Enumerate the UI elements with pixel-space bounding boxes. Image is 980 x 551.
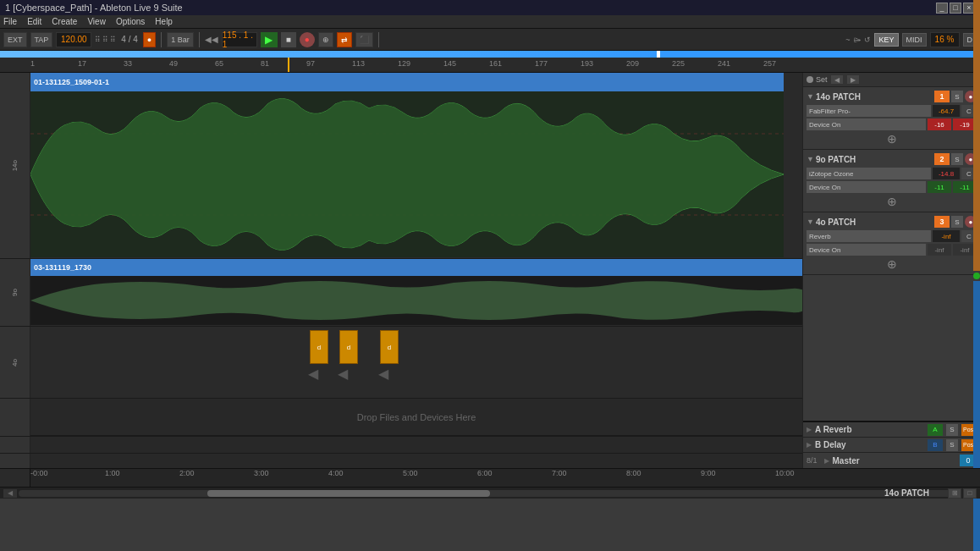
scrollbar-track[interactable]	[19, 490, 961, 497]
cs1-number[interactable]: 1	[934, 91, 950, 102]
track-2-content[interactable]: 03-131119_1730	[30, 259, 802, 326]
cs2-dev-val1[interactable]: -11	[928, 181, 951, 193]
rt-b-s-btn[interactable]: S	[946, 439, 958, 451]
rt-a-btn[interactable]: A	[928, 424, 943, 436]
bottom-icon-2[interactable]: □	[963, 488, 977, 499]
master-play[interactable]: ▶	[824, 457, 829, 465]
cs3-plugin-name[interactable]: Reverb	[807, 230, 931, 242]
scroll-left-btn[interactable]: ◀	[3, 489, 17, 498]
cs2-arrow[interactable]: ▼	[807, 155, 814, 163]
key-button[interactable]: KEY	[874, 33, 898, 47]
bpm-display[interactable]: 120.00	[56, 32, 91, 47]
set-label: Set	[816, 75, 828, 84]
ruler-mark-209: 209	[626, 59, 639, 68]
channel-strip-1: ▼ 14o PATCH 1 S ● FabFilter Pro- -64.7 C…	[803, 87, 980, 150]
cs2-val1[interactable]: -14.8	[933, 168, 960, 179]
overview-bar[interactable]	[0, 51, 980, 58]
track-2-clip[interactable]: 03-131119_1730	[30, 259, 802, 276]
cs2-number[interactable]: 2	[934, 153, 950, 165]
rt-a-play[interactable]: ▶	[807, 426, 812, 433]
minimize-button[interactable]: _	[936, 3, 948, 14]
zoom-display[interactable]: 16 %	[930, 32, 960, 47]
ruler-mark-97: 97	[306, 59, 315, 68]
tap-button[interactable]: TAP	[30, 32, 53, 47]
midi-button[interactable]: MIDI	[902, 33, 927, 47]
play-button[interactable]: ▶	[261, 32, 278, 47]
rt-b-btn[interactable]: B	[928, 439, 943, 451]
cs3-arrow[interactable]: ▼	[807, 218, 814, 226]
cs1-arrow[interactable]: ▼	[807, 92, 814, 101]
menu-file[interactable]: File	[3, 17, 17, 26]
menu-help[interactable]: Help	[155, 17, 173, 26]
position-display[interactable]: 115 . 1 . 1	[222, 32, 257, 47]
edge-blue	[973, 281, 980, 469]
bt-mark-5: 5:00	[403, 469, 418, 477]
toolbar: EXT TAP 120.00 ⠿ ⠿ ⠿ 4 / 4 ● 1 Bar ◀◀ 11…	[0, 29, 980, 51]
midi-clip-2[interactable]: d	[339, 330, 358, 364]
cs1-s-button[interactable]: S	[951, 91, 963, 102]
cs2-add-button[interactable]: ⊕	[807, 195, 977, 208]
cs3-add-button[interactable]: ⊕	[807, 257, 977, 271]
set-back-btn[interactable]: ◀	[830, 74, 844, 85]
bottom-timeline: -0:00 1:00 2:00 3:00 4:00 5:00 6:00 7:00…	[0, 468, 980, 487]
menu-edit[interactable]: Edit	[27, 17, 41, 26]
ext-button[interactable]: EXT	[3, 32, 27, 47]
midi-clip-1[interactable]: d	[310, 330, 328, 364]
cs3-s-button[interactable]: S	[951, 216, 963, 228]
menu-create[interactable]: Create	[52, 17, 77, 26]
cs1-dev-val1[interactable]: -16	[928, 118, 951, 130]
cs2-s-button[interactable]: S	[951, 153, 963, 165]
track-1-content[interactable]: 01-131125_1509-01-1	[30, 73, 802, 258]
ruler-mark-225: 225	[672, 59, 685, 68]
track-1-clip-label: 01-131125_1509-01-1	[34, 78, 109, 86]
cs2-plugin-name[interactable]: iZotope Ozone	[807, 168, 931, 179]
cs3-header: ▼ 4o PATCH 3 S ●	[807, 216, 977, 228]
menu-options[interactable]: Options	[116, 17, 145, 26]
set-fwd-btn[interactable]: ▶	[846, 74, 860, 85]
rt-b-play[interactable]: ▶	[807, 441, 812, 449]
record-button[interactable]: ●	[143, 32, 156, 47]
scrollbar-thumb[interactable]	[207, 490, 490, 497]
loop-select[interactable]: 1 Bar	[167, 32, 194, 47]
stop-button[interactable]: ■	[281, 32, 296, 47]
session-button[interactable]: ⇄	[337, 32, 352, 47]
titlebar-controls: _ □ ×	[936, 3, 975, 14]
main-area: 14o 01-131125_1509-01-1	[0, 73, 980, 468]
cs3-device-select[interactable]: Device On	[807, 244, 926, 256]
cs3-dev-val1[interactable]: -inf	[928, 244, 951, 256]
menu-view[interactable]: View	[87, 17, 106, 26]
bt-mark-7: 7:00	[552, 469, 567, 477]
overview-handle[interactable]	[657, 51, 660, 58]
overdub-button[interactable]: ⊕	[318, 32, 333, 47]
cs1-device-select[interactable]: Device On	[807, 118, 926, 130]
track-2-waveform	[30, 276, 802, 325]
bt-mark-2: 2:00	[179, 469, 195, 477]
midi-clip-3[interactable]: d	[380, 330, 399, 364]
rt-a-s-btn[interactable]: S	[946, 424, 958, 436]
bt-mark-4: 4:00	[328, 469, 344, 477]
cs3-number[interactable]: 3	[934, 216, 950, 228]
ruler-mark-113: 113	[352, 59, 365, 68]
cs3-val1[interactable]: -inf	[933, 230, 960, 242]
ruler-mark-65: 65	[215, 59, 223, 68]
drop-area[interactable]: Drop Files and Devices Here	[30, 399, 802, 436]
cs1-device-row: Device On -16 -19	[807, 118, 977, 130]
record-btn[interactable]: ●	[300, 32, 315, 47]
track-1-clip[interactable]: 01-131125_1509-01-1	[30, 73, 784, 91]
cs1-val1[interactable]: -64.7	[933, 105, 960, 117]
scrollbar-bottom: ◀ ▶ 14o PATCH ⊞ □	[0, 487, 980, 499]
ruler-mark-257: 257	[763, 59, 776, 68]
track-3-content[interactable]: d d d ◀ ◀ ◀	[30, 327, 802, 398]
cs1-add-button[interactable]: ⊕	[807, 132, 977, 146]
playhead[interactable]	[288, 58, 289, 72]
maximize-button[interactable]: □	[950, 3, 961, 14]
cs2-device-select[interactable]: Device On	[807, 181, 926, 193]
overview-position	[0, 51, 657, 58]
bottom-icon-1[interactable]: ⊞	[948, 488, 961, 499]
ruler-mark-193: 193	[581, 59, 593, 68]
track-2: 9o 03-131119_1730	[0, 259, 802, 327]
cs1-plugin-name[interactable]: FabFilter Pro-	[807, 105, 931, 117]
arrange-button[interactable]: ⬛	[355, 32, 373, 47]
ruler-mark-145: 145	[443, 59, 456, 68]
track-4: Drop Files and Devices Here	[0, 399, 802, 437]
